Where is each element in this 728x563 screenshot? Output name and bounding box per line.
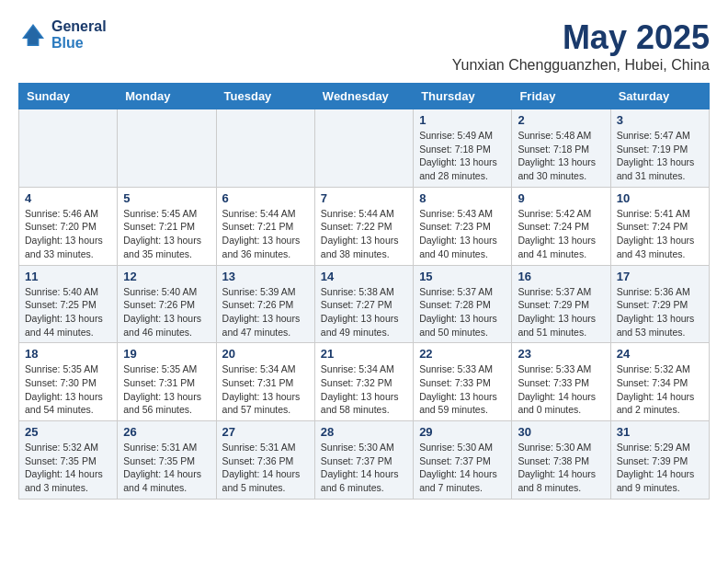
day-number: 21 xyxy=(321,347,407,361)
day-number: 22 xyxy=(419,347,506,361)
svg-marker-1 xyxy=(24,26,41,44)
day-info: Sunrise: 5:32 AM Sunset: 7:35 PM Dayligh… xyxy=(25,441,111,495)
day-number: 2 xyxy=(518,113,604,127)
day-info: Sunrise: 5:46 AM Sunset: 7:20 PM Dayligh… xyxy=(25,207,111,261)
day-info: Sunrise: 5:45 AM Sunset: 7:21 PM Dayligh… xyxy=(123,207,210,261)
day-cell: 20Sunrise: 5:34 AM Sunset: 7:31 PM Dayli… xyxy=(216,343,314,421)
day-info: Sunrise: 5:44 AM Sunset: 7:22 PM Dayligh… xyxy=(321,207,407,261)
day-cell: 31Sunrise: 5:29 AM Sunset: 7:39 PM Dayli… xyxy=(610,421,709,500)
day-cell xyxy=(19,109,118,188)
day-number: 15 xyxy=(419,270,506,283)
day-number: 26 xyxy=(123,425,210,439)
day-info: Sunrise: 5:36 AM Sunset: 7:29 PM Dayligh… xyxy=(617,285,703,339)
day-cell: 1Sunrise: 5:49 AM Sunset: 7:18 PM Daylig… xyxy=(414,109,512,188)
week-row-1: 1Sunrise: 5:49 AM Sunset: 7:18 PM Daylig… xyxy=(19,109,710,188)
day-info: Sunrise: 5:44 AM Sunset: 7:21 PM Dayligh… xyxy=(222,207,309,261)
day-number: 23 xyxy=(518,347,604,361)
day-cell: 21Sunrise: 5:34 AM Sunset: 7:32 PM Dayli… xyxy=(314,343,413,421)
logo: General Blue xyxy=(18,18,107,52)
week-row-2: 4Sunrise: 5:46 AM Sunset: 7:20 PM Daylig… xyxy=(19,187,710,265)
day-info: Sunrise: 5:35 AM Sunset: 7:31 PM Dayligh… xyxy=(123,362,210,417)
calendar-body: 1Sunrise: 5:49 AM Sunset: 7:18 PM Daylig… xyxy=(19,109,710,500)
day-number: 10 xyxy=(617,191,703,205)
day-info: Sunrise: 5:37 AM Sunset: 7:28 PM Dayligh… xyxy=(419,285,506,339)
day-cell: 9Sunrise: 5:42 AM Sunset: 7:24 PM Daylig… xyxy=(512,187,610,265)
day-info: Sunrise: 5:33 AM Sunset: 7:33 PM Dayligh… xyxy=(419,362,506,417)
header-day-thursday: Thursday xyxy=(414,84,512,109)
day-number: 31 xyxy=(617,425,703,439)
day-number: 28 xyxy=(321,425,407,439)
header-day-sunday: Sunday xyxy=(19,84,118,109)
day-cell: 29Sunrise: 5:30 AM Sunset: 7:37 PM Dayli… xyxy=(414,421,512,500)
day-cell xyxy=(118,109,216,188)
day-cell: 7Sunrise: 5:44 AM Sunset: 7:22 PM Daylig… xyxy=(314,187,413,265)
day-number: 30 xyxy=(518,425,604,439)
day-number: 13 xyxy=(222,270,309,283)
day-cell: 15Sunrise: 5:37 AM Sunset: 7:28 PM Dayli… xyxy=(414,265,512,343)
calendar: SundayMondayTuesdayWednesdayThursdayFrid… xyxy=(18,83,710,500)
day-cell: 13Sunrise: 5:39 AM Sunset: 7:26 PM Dayli… xyxy=(216,265,314,343)
day-cell: 2Sunrise: 5:48 AM Sunset: 7:18 PM Daylig… xyxy=(512,109,610,188)
day-cell: 11Sunrise: 5:40 AM Sunset: 7:25 PM Dayli… xyxy=(19,265,118,343)
day-cell: 19Sunrise: 5:35 AM Sunset: 7:31 PM Dayli… xyxy=(118,343,216,421)
day-info: Sunrise: 5:49 AM Sunset: 7:18 PM Dayligh… xyxy=(419,129,506,183)
month-title: May 2025 xyxy=(452,18,710,57)
day-info: Sunrise: 5:30 AM Sunset: 7:38 PM Dayligh… xyxy=(518,441,604,495)
header-day-tuesday: Tuesday xyxy=(216,84,314,109)
day-info: Sunrise: 5:32 AM Sunset: 7:34 PM Dayligh… xyxy=(617,362,703,417)
day-number: 27 xyxy=(222,425,309,439)
day-info: Sunrise: 5:31 AM Sunset: 7:35 PM Dayligh… xyxy=(123,441,210,495)
day-info: Sunrise: 5:29 AM Sunset: 7:39 PM Dayligh… xyxy=(617,441,703,495)
day-cell: 16Sunrise: 5:37 AM Sunset: 7:29 PM Dayli… xyxy=(512,265,610,343)
day-number: 24 xyxy=(617,347,703,361)
day-info: Sunrise: 5:41 AM Sunset: 7:24 PM Dayligh… xyxy=(617,207,703,261)
day-cell: 28Sunrise: 5:30 AM Sunset: 7:37 PM Dayli… xyxy=(314,421,413,500)
day-number: 11 xyxy=(25,270,111,283)
header-day-saturday: Saturday xyxy=(610,84,709,109)
title-area: May 2025 Yunxian Chengguanzhen, Hubei, C… xyxy=(452,18,710,74)
day-number: 4 xyxy=(25,191,111,205)
logo-text: General Blue xyxy=(51,18,107,52)
week-row-4: 18Sunrise: 5:35 AM Sunset: 7:30 PM Dayli… xyxy=(19,343,710,421)
day-cell: 27Sunrise: 5:31 AM Sunset: 7:36 PM Dayli… xyxy=(216,421,314,500)
header-day-friday: Friday xyxy=(512,84,610,109)
day-info: Sunrise: 5:38 AM Sunset: 7:27 PM Dayligh… xyxy=(321,285,407,339)
week-row-5: 25Sunrise: 5:32 AM Sunset: 7:35 PM Dayli… xyxy=(19,421,710,500)
day-info: Sunrise: 5:40 AM Sunset: 7:25 PM Dayligh… xyxy=(25,285,111,339)
day-cell xyxy=(216,109,314,188)
header: General Blue May 2025 Yunxian Chengguanz… xyxy=(18,18,710,74)
day-cell: 8Sunrise: 5:43 AM Sunset: 7:23 PM Daylig… xyxy=(414,187,512,265)
day-cell: 23Sunrise: 5:33 AM Sunset: 7:33 PM Dayli… xyxy=(512,343,610,421)
day-number: 17 xyxy=(617,270,703,283)
day-cell: 6Sunrise: 5:44 AM Sunset: 7:21 PM Daylig… xyxy=(216,187,314,265)
day-info: Sunrise: 5:30 AM Sunset: 7:37 PM Dayligh… xyxy=(321,441,407,495)
day-number: 3 xyxy=(617,113,703,127)
header-day-wednesday: Wednesday xyxy=(314,84,413,109)
logo-icon xyxy=(18,20,48,50)
day-cell: 18Sunrise: 5:35 AM Sunset: 7:30 PM Dayli… xyxy=(19,343,118,421)
day-cell: 12Sunrise: 5:40 AM Sunset: 7:26 PM Dayli… xyxy=(118,265,216,343)
day-number: 25 xyxy=(25,425,111,439)
day-info: Sunrise: 5:37 AM Sunset: 7:29 PM Dayligh… xyxy=(518,285,604,339)
header-day-monday: Monday xyxy=(118,84,216,109)
day-info: Sunrise: 5:34 AM Sunset: 7:32 PM Dayligh… xyxy=(321,362,407,417)
day-info: Sunrise: 5:39 AM Sunset: 7:26 PM Dayligh… xyxy=(222,285,309,339)
day-info: Sunrise: 5:43 AM Sunset: 7:23 PM Dayligh… xyxy=(419,207,506,261)
day-cell: 22Sunrise: 5:33 AM Sunset: 7:33 PM Dayli… xyxy=(414,343,512,421)
day-cell: 4Sunrise: 5:46 AM Sunset: 7:20 PM Daylig… xyxy=(19,187,118,265)
day-number: 20 xyxy=(222,347,309,361)
day-info: Sunrise: 5:48 AM Sunset: 7:18 PM Dayligh… xyxy=(518,129,604,183)
day-number: 6 xyxy=(222,191,309,205)
day-number: 12 xyxy=(123,270,210,283)
day-info: Sunrise: 5:30 AM Sunset: 7:37 PM Dayligh… xyxy=(419,441,506,495)
day-info: Sunrise: 5:33 AM Sunset: 7:33 PM Dayligh… xyxy=(518,362,604,417)
location-subtitle: Yunxian Chengguanzhen, Hubei, China xyxy=(452,57,710,74)
day-number: 14 xyxy=(321,270,407,283)
day-number: 1 xyxy=(419,113,506,127)
day-cell: 17Sunrise: 5:36 AM Sunset: 7:29 PM Dayli… xyxy=(610,265,709,343)
day-number: 5 xyxy=(123,191,210,205)
day-number: 18 xyxy=(25,347,111,361)
day-cell: 10Sunrise: 5:41 AM Sunset: 7:24 PM Dayli… xyxy=(610,187,709,265)
week-row-3: 11Sunrise: 5:40 AM Sunset: 7:25 PM Dayli… xyxy=(19,265,710,343)
day-cell: 25Sunrise: 5:32 AM Sunset: 7:35 PM Dayli… xyxy=(19,421,118,500)
